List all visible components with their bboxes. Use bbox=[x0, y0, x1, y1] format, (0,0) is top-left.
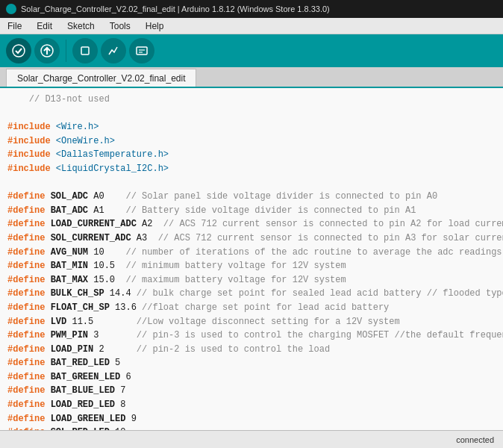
code-line: #define BULK_CH_SP 14.4 // bulk charge s… bbox=[7, 287, 496, 301]
code-line: #define BAT_BLUE_LED 7 bbox=[7, 384, 496, 398]
code-line: #define LOAD_PIN 2 // pin-2 is used to c… bbox=[7, 343, 496, 357]
app-icon bbox=[6, 4, 16, 14]
menu-bar: FileEditSketchToolsHelp bbox=[0, 18, 503, 34]
svg-rect-3 bbox=[81, 47, 89, 55]
editor-tab[interactable]: Solar_Charge_Controller_V2.02_final_edit bbox=[6, 69, 196, 87]
code-line: #define BAT_GREEN_LED 6 bbox=[7, 370, 496, 385]
window-title: Solar_Charge_Controller_V2.02_final_edit… bbox=[21, 4, 330, 13]
tab-bar: Solar_Charge_Controller_V2.02_final_edit bbox=[0, 67, 503, 88]
code-editor[interactable]: // D13-not used #include <Wire.h>#includ… bbox=[0, 88, 503, 430]
code-line: #include <OneWire.h> bbox=[7, 134, 496, 149]
menu-item-help[interactable]: Help bbox=[138, 19, 172, 34]
code-line: #define AVG_NUM 10 // number of iteratio… bbox=[7, 246, 496, 260]
svg-rect-4 bbox=[137, 47, 147, 55]
code-line: #define SOL_CURRENT_ADC A3 // ACS 712 cu… bbox=[7, 231, 496, 246]
serial-plotter-button[interactable] bbox=[101, 38, 126, 63]
code-line: #define BAT_ADC A1 // Battery side volta… bbox=[7, 204, 496, 218]
code-line: #include <LiquidCrystal_I2C.h> bbox=[7, 162, 496, 176]
code-line: #define BAT_MAX 15.0 // maximum battery … bbox=[7, 273, 496, 287]
code-line: #define LVD 11.5 //Low voltage disconnec… bbox=[7, 315, 496, 329]
code-line: #define BAT_RED_LED 5 bbox=[7, 356, 496, 370]
code-line: #include <DallasTemperature.h> bbox=[7, 148, 496, 162]
verify-button[interactable] bbox=[6, 38, 31, 63]
menu-item-file[interactable]: File bbox=[0, 19, 29, 34]
upload-button[interactable] bbox=[34, 38, 60, 63]
code-line bbox=[7, 176, 496, 190]
code-line: #define LOAD_RED_LED 8 bbox=[7, 398, 496, 412]
debug-button[interactable] bbox=[72, 38, 98, 63]
tab-label: Solar_Charge_Controller_V2.02_final_edit bbox=[17, 73, 185, 84]
status-bar: connected bbox=[0, 430, 503, 448]
code-line: #define BAT_MIN 10.5 // minimum battery … bbox=[7, 259, 496, 273]
serial-monitor-button[interactable] bbox=[129, 38, 154, 63]
code-line: #define FLOAT_CH_SP 13.6 //float charge … bbox=[7, 301, 496, 315]
toolbar-separator-1 bbox=[66, 40, 66, 62]
menu-item-tools[interactable]: Tools bbox=[102, 19, 138, 34]
code-line: #define SOL_ADC A0 // Solar panel side v… bbox=[7, 190, 496, 204]
toolbar bbox=[0, 34, 503, 67]
menu-item-edit[interactable]: Edit bbox=[29, 19, 60, 34]
title-bar: Solar_Charge_Controller_V2.02_final_edit… bbox=[0, 0, 503, 18]
code-line: #define LOAD_CURRENT_ADC A2 // ACS 712 c… bbox=[7, 217, 496, 231]
code-line: #define LOAD_GREEN_LED 9 bbox=[7, 412, 496, 426]
connection-status: connected bbox=[456, 435, 494, 444]
code-line bbox=[7, 107, 496, 121]
code-line: // D13-not used bbox=[7, 93, 496, 107]
code-line: #include <Wire.h> bbox=[7, 120, 496, 134]
menu-item-sketch[interactable]: Sketch bbox=[60, 19, 102, 34]
code-line: #define PWM_PIN 3 // pin-3 is used to co… bbox=[7, 329, 496, 343]
svg-point-0 bbox=[13, 45, 25, 57]
